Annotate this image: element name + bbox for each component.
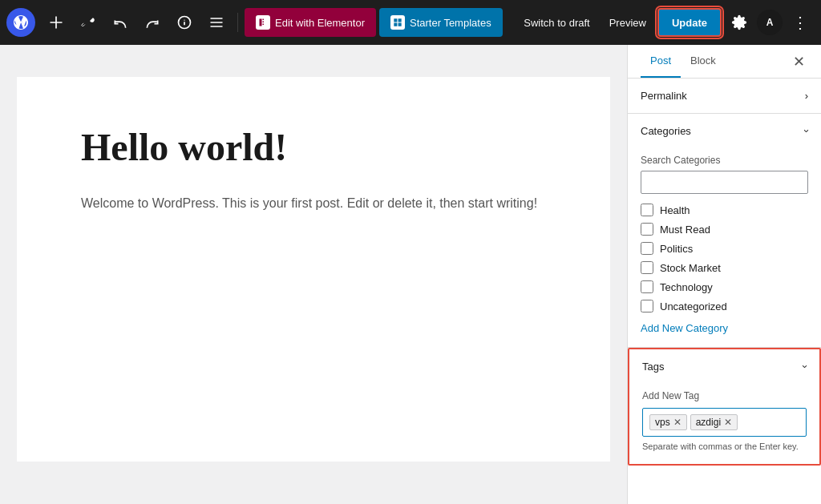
elementor-button-label: Edit with Elementor	[275, 17, 365, 29]
category-uncategorized-checkbox[interactable]	[641, 300, 653, 312]
add-new-tag-label: Add New Tag	[642, 390, 807, 401]
tab-post[interactable]: Post	[641, 45, 681, 78]
search-categories-label: Search Categories	[641, 155, 808, 166]
svg-rect-2	[263, 19, 265, 21]
editor-area[interactable]: Hello world! Welcome to WordPress. This …	[0, 45, 627, 504]
edit-with-elementor-button[interactable]: Edit with Elementor	[245, 8, 376, 37]
category-stock-market: Stock Market	[641, 261, 808, 274]
update-button[interactable]: Update	[657, 8, 722, 37]
categories-section-body: Search Categories Health Must Read Polit…	[628, 148, 821, 347]
tag-text-input[interactable]	[741, 417, 799, 429]
category-health-checkbox[interactable]	[641, 204, 653, 216]
svg-rect-4	[263, 24, 265, 26]
svg-rect-3	[263, 22, 265, 23]
add-new-category-link[interactable]: Add New Category	[641, 322, 728, 334]
permalink-section: Permalink ›	[628, 79, 821, 114]
toolbar: Edit with Elementor Starter Templates Sw…	[0, 0, 821, 45]
editor-canvas[interactable]: Hello world! Welcome to WordPress. This …	[17, 77, 610, 462]
category-uncategorized-label[interactable]: Uncategorized	[660, 300, 727, 312]
settings-button[interactable]	[725, 8, 754, 37]
tag-vps-label: vps	[655, 417, 670, 428]
add-block-button[interactable]	[42, 8, 71, 37]
svg-rect-1	[260, 19, 262, 26]
category-technology: Technology	[641, 280, 808, 293]
tags-section: Tags › Add New Tag vps ✕ azdigi ✕	[628, 348, 821, 466]
toolbar-separator	[237, 13, 238, 32]
tags-section-body: Add New Tag vps ✕ azdigi ✕ Separate with…	[629, 384, 819, 464]
sidebar-close-button[interactable]: ✕	[790, 45, 808, 78]
redo-button[interactable]	[138, 8, 167, 37]
category-health: Health	[641, 204, 808, 216]
list-view-button[interactable]	[202, 8, 231, 37]
tag-input-container[interactable]: vps ✕ azdigi ✕	[642, 408, 807, 437]
tags-section-title: Tags	[642, 361, 664, 373]
categories-section-title: Categories	[641, 125, 691, 137]
more-options-icon: ⋮	[792, 13, 808, 32]
category-technology-label[interactable]: Technology	[660, 281, 713, 293]
info-button[interactable]	[170, 8, 199, 37]
category-must-read-label[interactable]: Must Read	[660, 224, 710, 236]
tools-button[interactable]	[74, 8, 103, 37]
elementor-icon	[256, 15, 270, 30]
starter-templates-button[interactable]: Starter Templates	[379, 8, 503, 37]
category-must-read-checkbox[interactable]	[641, 223, 653, 236]
permalink-section-title: Permalink	[641, 90, 687, 102]
starter-templates-icon	[390, 15, 405, 30]
search-categories-input[interactable]	[641, 171, 808, 194]
tag-azdigi-remove[interactable]: ✕	[724, 417, 732, 428]
categories-chevron-icon: ›	[800, 129, 812, 132]
tags-hint: Separate with commas or the Enter key.	[642, 442, 807, 451]
categories-section: Categories › Search Categories Health Mu…	[628, 114, 821, 348]
tags-section-header[interactable]: Tags ›	[629, 349, 819, 384]
category-politics: Politics	[641, 242, 808, 255]
sidebar-tabs: Post Block ✕	[628, 45, 821, 79]
right-sidebar: Post Block ✕ Permalink › Categories ›	[627, 45, 821, 504]
preview-label: Preview	[609, 17, 646, 29]
post-heading: Hello world!	[81, 125, 546, 169]
permalink-section-header[interactable]: Permalink ›	[628, 79, 821, 113]
category-politics-label[interactable]: Politics	[660, 243, 693, 255]
permalink-chevron-icon: ›	[805, 90, 808, 102]
category-stock-market-label[interactable]: Stock Market	[660, 262, 721, 274]
category-must-read: Must Read	[641, 223, 808, 236]
starter-templates-label: Starter Templates	[410, 17, 491, 29]
tab-block[interactable]: Block	[681, 45, 726, 78]
tags-chevron-icon: ›	[799, 365, 811, 368]
category-technology-checkbox[interactable]	[641, 280, 653, 293]
switch-to-draft-button[interactable]: Switch to draft	[516, 12, 597, 34]
undo-button[interactable]	[106, 8, 135, 37]
tag-azdigi-label: azdigi	[696, 417, 721, 428]
wp-logo-icon	[13, 14, 29, 30]
tag-vps: vps ✕	[649, 414, 687, 430]
user-avatar[interactable]: A	[757, 10, 783, 35]
switch-to-draft-label: Switch to draft	[524, 17, 589, 29]
category-health-label[interactable]: Health	[660, 204, 690, 216]
more-options-button[interactable]: ⋮	[786, 8, 815, 37]
category-politics-checkbox[interactable]	[641, 242, 653, 255]
tag-vps-remove[interactable]: ✕	[673, 417, 681, 428]
update-label: Update	[672, 17, 707, 29]
post-body: Welcome to WordPress. This is your first…	[81, 193, 546, 214]
preview-button[interactable]: Preview	[601, 12, 654, 34]
sidebar-content: Permalink › Categories › Search Categori…	[628, 79, 821, 504]
category-stock-market-checkbox[interactable]	[641, 261, 653, 274]
tag-azdigi: azdigi ✕	[690, 414, 738, 430]
wp-logo[interactable]	[6, 8, 35, 37]
category-uncategorized: Uncategorized	[641, 300, 808, 312]
main-layout: Hello world! Welcome to WordPress. This …	[0, 45, 821, 504]
categories-section-header[interactable]: Categories ›	[628, 114, 821, 148]
